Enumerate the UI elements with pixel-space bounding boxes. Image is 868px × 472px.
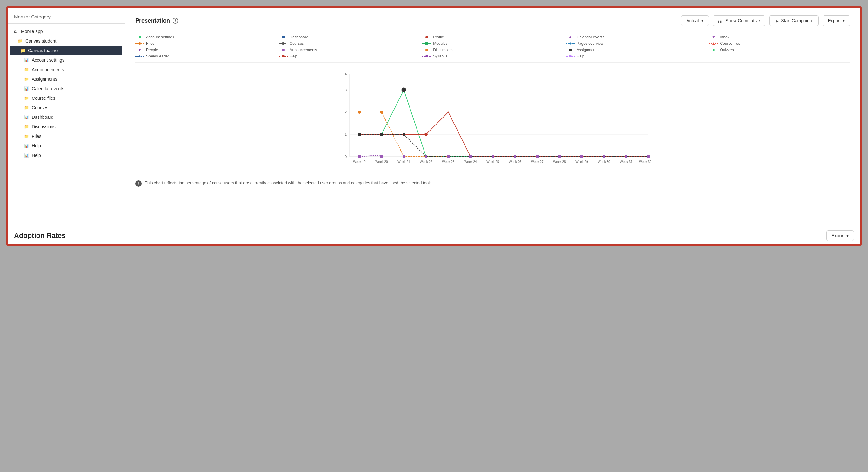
main-content: Presentation i Actual Show Cumulative St… [125,8,860,224]
sidebar-item-label: FIles [32,134,41,139]
svg-point-5 [426,36,428,38]
folder-icon: 📁 [20,48,25,53]
legend-label: Discussions [433,48,454,52]
legend-item-announcements: Announcements [279,48,420,52]
sidebar-item-dashboard[interactable]: Dashboard [8,113,125,122]
svg-rect-70 [603,155,605,158]
svg-rect-66 [514,155,516,158]
legend-line-icon [279,48,288,52]
chart-icon [24,86,29,92]
svg-point-37 [569,55,571,58]
legend-item-dashboard: Dashboard [279,35,420,39]
legend-item-help-dashed: Help [279,54,420,58]
chart-area: 0 1 2 3 4 [135,68,850,169]
sidebar-item-files[interactable]: FIles [8,131,125,141]
legend-item-speedgrader: SpeedGrader [135,54,276,58]
actual-dropdown[interactable]: Actual [681,15,709,26]
export-button[interactable]: Export [823,15,850,26]
legend-line-icon [566,48,575,52]
sidebar-item-announcements[interactable]: Announcements [8,65,125,74]
chart-icon [24,57,29,63]
sidebar-item-label: Calendar events [32,86,64,91]
sidebar-item-discussions[interactable]: Discussions [8,122,125,131]
toolbar: Actual Show Cumulative Start Campaign Ex… [681,15,850,26]
legend-label: SpeedGrader [146,54,169,58]
sidebar-item-canvas-student[interactable]: Canvas student [8,36,125,46]
sidebar-item-mobile-app[interactable]: Mobile app [8,27,125,36]
svg-rect-27 [569,49,571,51]
sidebar-item-help-2[interactable]: Help [8,151,125,160]
start-campaign-label: Start Campaign [781,18,812,23]
legend-label: Modules [433,41,447,46]
folder-icon [24,133,29,139]
note-icon: ! [135,181,142,187]
legend-label: Profile [433,35,444,39]
svg-point-23 [282,49,285,51]
sidebar-title: Monitor Category [8,14,125,24]
legend-item-calendar-events: Calendar events [566,35,707,39]
show-cumulative-button[interactable]: Show Cumulative [713,15,765,26]
svg-text:Week 27: Week 27 [531,160,544,164]
svg-point-25 [426,49,428,51]
sidebar-item-help-1[interactable]: Help [8,141,125,151]
svg-marker-7 [569,36,571,38]
svg-rect-69 [581,155,583,158]
svg-rect-58 [380,133,383,136]
svg-text:Week 22: Week 22 [420,160,432,164]
folder-icon [24,105,29,111]
legend-label: Syllabus [433,54,447,58]
sidebar-item-label: Dashboard [32,115,54,120]
legend-item-discussions: Discussions [422,48,563,52]
svg-rect-65 [492,155,494,158]
svg-text:Week 25: Week 25 [487,160,499,164]
sidebar-item-label: Mobile app [21,29,43,34]
legend-line-icon [422,42,431,45]
show-cumulative-label: Show Cumulative [725,18,760,23]
legend-label: Help [577,54,585,58]
chart-legend: Account settings Dashboard Profile Calen… [135,31,850,63]
sidebar-item-label: Canvas teacher [28,48,59,53]
legend-item-course-files: Course files [709,41,850,46]
svg-point-51 [402,88,406,92]
sidebar-item-courses[interactable]: Courses [8,103,125,113]
legend-line-icon [709,48,718,52]
legend-label: FIles [146,41,154,46]
sidebar-item-calendar-events[interactable]: Calendar events [8,84,125,93]
sidebar-item-canvas-teacher[interactable]: 📁 Canvas teacher [10,46,122,55]
svg-point-35 [426,55,428,58]
svg-text:2: 2 [345,110,347,114]
svg-text:Week 32: Week 32 [639,160,652,164]
legend-line-icon [422,48,431,52]
svg-point-1 [138,36,141,38]
legend-label: Announcements [290,48,317,52]
legend-item-people: People [135,48,276,52]
adoption-title: Adoption Rates [14,231,66,240]
sidebar-item-course-files[interactable]: Course files [8,93,125,103]
legend-label: Pages overview [577,41,604,46]
legend-item-modules: Modules [422,41,563,46]
legend-label: Inbox [720,35,729,39]
adoption-export-button[interactable]: Export [826,230,854,241]
folder-icon [24,67,29,72]
legend-item-profile: Profile [422,35,563,39]
svg-rect-60 [380,155,383,158]
legend-line-icon [135,42,144,45]
svg-text:1: 1 [345,132,347,136]
legend-line-icon [566,42,575,45]
svg-marker-21 [138,49,141,51]
legend-line-icon [135,48,144,52]
main-window: Monitor Category Mobile app Canvas stude… [6,6,862,246]
folder-icon [13,29,19,34]
legend-label: Calendar events [577,35,604,39]
bottom-section: Adoption Rates Export [8,224,860,244]
legend-label: Help [290,54,298,58]
legend-item-quizzes: Quizzes [709,48,850,52]
chart-note-text: This chart reflects the percentage of ac… [145,180,433,186]
sidebar-item-account-settings[interactable]: Account settings [8,55,125,65]
chart-icon [24,143,29,149]
start-campaign-button[interactable]: Start Campaign [769,15,818,26]
svg-text:3: 3 [345,88,347,92]
sidebar-item-assignments[interactable]: Assignments [8,74,125,84]
svg-rect-67 [536,155,538,158]
legend-label: Dashboard [290,35,309,39]
